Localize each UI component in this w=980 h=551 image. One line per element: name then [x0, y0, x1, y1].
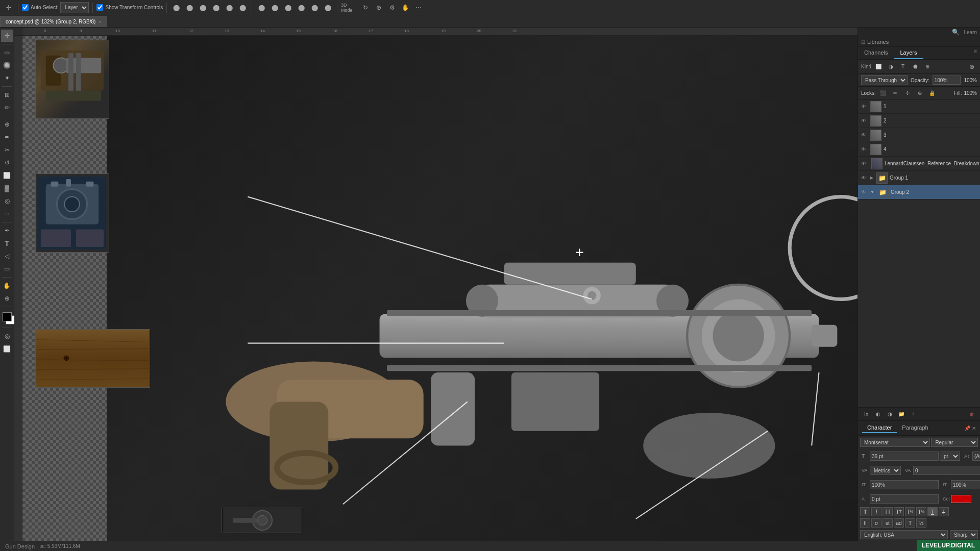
brush-tool[interactable]: ✒: [1, 131, 13, 143]
ligature-btn[interactable]: fi: [860, 518, 870, 528]
language-select[interactable]: English: USA: [860, 530, 948, 539]
layer-1-visibility[interactable]: 👁: [861, 104, 868, 109]
align-top-icon[interactable]: ⬤: [210, 2, 222, 13]
aa-method-select[interactable]: Sharp: [950, 530, 978, 539]
layer-item-group2[interactable]: 👁 ▼ 📁 Group 2: [858, 185, 980, 199]
oldstyle-btn[interactable]: st: [883, 518, 893, 528]
add-style-button[interactable]: fx: [861, 409, 871, 419]
active-tab[interactable]: concept.psd @ 132% (Group 2, RGB/8) ×: [0, 16, 107, 27]
auto-select-checkbox[interactable]: [22, 4, 29, 11]
lasso-tool[interactable]: 🔘: [1, 59, 13, 71]
filter-smart-icon[interactable]: ⊕: [922, 62, 933, 72]
panel-options-icon[interactable]: ≡: [971, 47, 980, 59]
layer-item-3[interactable]: 👁 3: [858, 128, 980, 142]
font-style-select[interactable]: Regular: [931, 438, 978, 447]
blur-tool[interactable]: ◎: [1, 195, 13, 207]
eraser-tool[interactable]: ⬜: [1, 169, 13, 182]
filter-shape-icon[interactable]: ⬟: [910, 62, 920, 72]
align-right-icon[interactable]: ⬤: [197, 2, 208, 13]
channels-tab[interactable]: Channels: [858, 47, 894, 59]
new-group-button[interactable]: 📁: [896, 409, 906, 419]
layer-item-2[interactable]: 👁 2: [858, 114, 980, 128]
history-brush-tool[interactable]: ↺: [1, 157, 13, 169]
font-size-unit[interactable]: pt: [940, 452, 960, 461]
align-left-icon[interactable]: ⬤: [170, 2, 182, 13]
group1-arrow[interactable]: ▶: [870, 176, 873, 180]
lock-transparent-icon[interactable]: ⬛: [878, 88, 888, 98]
strikethrough-style-btn[interactable]: T: [939, 507, 949, 516]
rectangular-marquee-tool[interactable]: ▭: [1, 46, 13, 59]
tab-close-button[interactable]: ×: [99, 19, 101, 24]
zoom-tool-icon[interactable]: ⊕: [373, 2, 384, 13]
show-transform-checkbox[interactable]: [96, 4, 103, 11]
distribute-center-v-icon[interactable]: ⬤: [309, 2, 320, 13]
text-color-swatch[interactable]: [951, 495, 971, 503]
subscript-style-btn[interactable]: T½: [916, 507, 926, 516]
new-fill-button[interactable]: ◑: [885, 409, 895, 419]
filter-adjustment-icon[interactable]: ◑: [886, 62, 896, 72]
swash-btn[interactable]: T: [905, 518, 915, 528]
lock-all-icon[interactable]: 🔒: [927, 88, 937, 98]
gradient-tool[interactable]: ▓: [1, 182, 13, 194]
lock-image-icon[interactable]: ✏: [890, 88, 900, 98]
zoom-tool-btn[interactable]: ⊕: [1, 292, 13, 305]
lock-artboard-icon[interactable]: ⊕: [915, 88, 925, 98]
underline-style-btn[interactable]: T: [927, 507, 938, 516]
healing-brush-tool[interactable]: ⊕: [1, 118, 13, 131]
distribute-left-icon[interactable]: ⬤: [256, 2, 267, 13]
layer-3-visibility[interactable]: 👁: [861, 132, 868, 138]
screen-mode-tool[interactable]: ⬜: [1, 343, 13, 355]
learn-label[interactable]: Learn: [964, 30, 977, 35]
layer-2-visibility[interactable]: 👁: [861, 118, 868, 123]
char-panel-pin-icon[interactable]: 📌: [964, 425, 970, 431]
canvas-area[interactable]: [22, 36, 857, 541]
layer-item-lennard[interactable]: 👁 LennardClaussen_Reference_Breakdown: [858, 157, 980, 171]
settings-icon[interactable]: ⚙: [386, 2, 398, 13]
distribute-right-icon[interactable]: ⬤: [282, 2, 293, 13]
align-center-h-icon[interactable]: ⬤: [184, 2, 195, 13]
crop-tool[interactable]: ⊞: [1, 89, 13, 101]
filter-pixel-icon[interactable]: ⬜: [873, 62, 884, 72]
libraries-label[interactable]: Libraries: [867, 39, 889, 45]
scale-h-input[interactable]: [870, 480, 939, 489]
group2-visibility[interactable]: 👁: [861, 189, 868, 195]
font-size-input[interactable]: [870, 452, 939, 461]
leading-input[interactable]: [972, 452, 980, 461]
extra-icon[interactable]: ⋯: [413, 2, 424, 13]
hand-icon[interactable]: ✋: [400, 2, 411, 13]
search-icon[interactable]: 🔍: [952, 29, 960, 36]
group1-visibility[interactable]: 👁: [861, 175, 868, 181]
scale-v-input[interactable]: [951, 480, 980, 489]
superscript-style-btn[interactable]: T½: [905, 507, 915, 516]
layer-item-group1[interactable]: 👁 ▶ 📁 Group 1: [858, 171, 980, 185]
group2-arrow[interactable]: ▼: [870, 190, 874, 194]
3d-mode-icon[interactable]: 3D Mode: [341, 2, 352, 13]
tracking-input[interactable]: [913, 466, 980, 475]
blend-mode-select[interactable]: Pass Through: [861, 75, 908, 85]
dodge-tool[interactable]: ○: [1, 208, 13, 220]
align-center-v-icon[interactable]: ⬤: [224, 2, 235, 13]
fractions-btn[interactable]: ½: [916, 518, 926, 528]
layers-tab[interactable]: Layers: [894, 47, 923, 59]
kerning-select[interactable]: Metrics: [870, 466, 901, 475]
ordinals-btn[interactable]: ad: [894, 518, 904, 528]
distribute-top-icon[interactable]: ⬤: [296, 2, 307, 13]
layer-4-visibility[interactable]: 👁: [861, 146, 868, 152]
quick-mask-tool[interactable]: ◎: [1, 330, 13, 342]
opacity-input[interactable]: [933, 76, 961, 85]
lock-position-icon[interactable]: ✢: [902, 88, 913, 98]
magic-wand-tool[interactable]: ✦: [1, 72, 13, 84]
add-mask-button[interactable]: ◐: [873, 409, 883, 419]
allcaps-style-btn[interactable]: TT: [883, 507, 893, 516]
layer-item-4[interactable]: 👁 4: [858, 142, 980, 157]
new-layer-button[interactable]: +: [908, 409, 918, 419]
eyedropper-tool[interactable]: ✏: [1, 102, 13, 114]
distribute-center-h-icon[interactable]: ⬤: [269, 2, 280, 13]
baseline-input[interactable]: [870, 494, 939, 504]
discretionary-btn[interactable]: σ: [871, 518, 881, 528]
pen-tool[interactable]: ✒: [1, 224, 13, 237]
smallcaps-style-btn[interactable]: TT: [894, 507, 904, 516]
bold-style-btn[interactable]: T: [860, 507, 870, 516]
delete-layer-button[interactable]: 🗑: [967, 409, 977, 419]
move-tool-btn[interactable]: ✢: [1, 30, 13, 42]
